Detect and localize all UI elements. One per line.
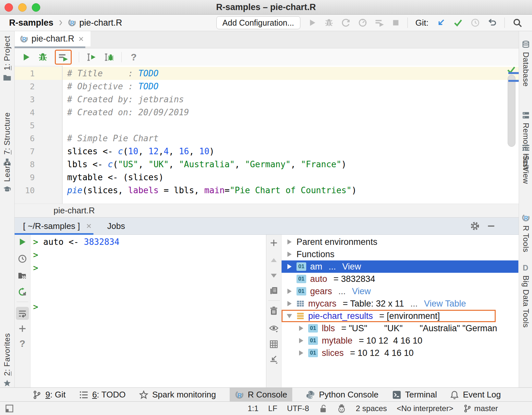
rollback-icon[interactable] — [488, 18, 497, 27]
move-up-icon[interactable] — [270, 256, 278, 264]
close-tab-icon[interactable] — [78, 35, 85, 43]
expander-right-icon[interactable] — [298, 350, 304, 356]
lock-icon[interactable] — [319, 404, 327, 413]
console-settings-gear-icon[interactable] — [470, 221, 480, 231]
view-link[interactable]: View Table — [424, 299, 466, 309]
toolwindow-button-r-console[interactable]: RR Console — [230, 388, 292, 402]
stop-icon[interactable] — [392, 19, 400, 27]
variable-row[interactable]: Parent environments — [282, 236, 518, 248]
add-configuration-button[interactable]: Add Configuration... — [216, 16, 300, 29]
clear-environment-icon[interactable] — [269, 306, 278, 315]
coverage-icon[interactable] — [341, 18, 350, 27]
code-line[interactable]: 6# Simple Pie Chart — [15, 132, 519, 145]
history-icon[interactable] — [471, 18, 480, 27]
code-editor[interactable]: 1# Title : TODO2# Objective : TODO3# Cre… — [15, 66, 519, 204]
git-commit-icon[interactable] — [453, 18, 463, 28]
line-ending[interactable]: LF — [268, 404, 277, 413]
expander-right-icon[interactable] — [286, 289, 293, 294]
view-options-icon[interactable] — [269, 324, 279, 333]
interpreter-setting[interactable]: <No interpreter> — [397, 404, 453, 413]
add-variable-icon[interactable] — [270, 239, 278, 247]
console-line[interactable]: > auto <- 3832834 — [30, 235, 266, 248]
variable-row[interactable]: 01slices = 10 12 4 16 10 — [282, 347, 518, 359]
tool-stripe-project[interactable]: 1: Project — [0, 36, 14, 82]
console-line[interactable] — [30, 274, 266, 287]
variable-row[interactable]: 01lbls = "US" "UK" "Australia" "German — [282, 322, 518, 334]
console-tab-jobs[interactable]: Jobs — [107, 221, 125, 231]
user-hat-icon[interactable] — [337, 404, 346, 413]
console-help-icon[interactable]: ? — [19, 338, 25, 349]
console-run-icon[interactable] — [18, 237, 27, 246]
restart-console-icon[interactable] — [18, 287, 27, 296]
console-line[interactable] — [30, 287, 266, 300]
expander-right-icon[interactable] — [298, 326, 304, 331]
history-icon[interactable] — [18, 254, 27, 263]
toolwindow-button-terminal[interactable]: Terminal — [392, 388, 437, 402]
expander-right-icon[interactable] — [286, 239, 293, 245]
soft-wrap-toggle[interactable] — [16, 307, 29, 320]
tool-stripe-learn[interactable]: Learn — [0, 161, 14, 194]
tool-stripe-r-tools[interactable]: RR Tools — [519, 214, 532, 252]
variable-row[interactable]: mycars = Table: 32 x 11 ... View Table — [282, 297, 518, 310]
help-icon[interactable]: ? — [129, 52, 137, 63]
toolwindow-button--todo[interactable]: 6: TODO — [79, 388, 126, 402]
editor-breadcrumb-file[interactable]: pie-chart.R — [54, 206, 95, 216]
close-window-button[interactable] — [5, 3, 13, 12]
variable-row[interactable]: pie-chart_results = [environment] — [282, 310, 518, 322]
indent-setting[interactable]: 2 spaces — [356, 404, 387, 413]
code-line[interactable]: 7slices <- c(10, 12,4, 16, 10) — [15, 145, 519, 158]
run-selection-icon[interactable] — [58, 52, 68, 62]
toggle-toolwindows-icon[interactable] — [5, 404, 14, 413]
search-icon[interactable] — [513, 18, 522, 28]
debug-script-icon[interactable] — [38, 52, 48, 62]
working-directory-icon[interactable] — [18, 271, 27, 280]
run-with-icon[interactable] — [375, 18, 384, 27]
editor-scrollbar-thumb[interactable] — [508, 75, 515, 147]
tool-stripe-sciview[interactable]: SciView — [519, 144, 532, 184]
event-log-button[interactable]: Event Log — [450, 388, 532, 402]
code-line[interactable]: 2# Objective : TODO — [15, 80, 519, 93]
add-console-icon[interactable] — [18, 324, 27, 333]
run-icon[interactable] — [308, 19, 317, 27]
git-branch-name[interactable]: master — [474, 404, 498, 413]
copy-icon[interactable] — [269, 286, 278, 295]
variable-row[interactable]: 01gears ... View — [282, 285, 518, 297]
variable-row[interactable]: 01am ... View — [282, 260, 518, 273]
caret-position[interactable]: 1:1 — [248, 404, 258, 413]
move-down-icon[interactable] — [270, 272, 278, 280]
breadcrumb-project[interactable]: R-samples — [9, 18, 54, 28]
expander-right-icon[interactable] — [286, 252, 293, 257]
toolwindow-button-python-console[interactable]: Python Console — [306, 388, 379, 402]
console-line[interactable]: > — [30, 261, 266, 274]
console-line[interactable]: > — [30, 248, 266, 261]
console-tab-active[interactable]: [ ~/R-samples ] — [15, 221, 92, 231]
expander-right-icon[interactable] — [286, 301, 293, 306]
expander-down-icon[interactable] — [286, 314, 293, 318]
minimize-window-button[interactable] — [18, 3, 27, 12]
run-script-icon[interactable] — [22, 53, 31, 62]
view-link[interactable]: View — [352, 286, 371, 296]
variable-row[interactable]: Functions — [282, 248, 518, 260]
toolwindow-button--git[interactable]: 9: Git — [32, 388, 66, 402]
variable-row[interactable]: 01mytable = 10 12 4 16 10 — [282, 334, 518, 347]
zoom-window-button[interactable] — [32, 3, 40, 12]
tool-stripe-structure[interactable]: 7: Structure — [0, 112, 14, 166]
code-line[interactable]: 3# Created by: jetbrains — [15, 93, 519, 106]
code-line[interactable]: 9mytable <- (slices) — [15, 171, 519, 184]
tool-stripe-big-data-tools[interactable]: DBig Data Tools — [519, 264, 532, 328]
tool-stripe-database[interactable]: Database — [519, 40, 532, 87]
console-output[interactable]: > auto <- 3832834>>> — [30, 235, 266, 388]
editor-tab[interactable]: R pie-chart.R — [15, 31, 91, 46]
code-line[interactable]: 8lbls <- c("US", "UK", "Australia", "Ger… — [15, 158, 519, 171]
import-data-icon[interactable] — [269, 355, 278, 364]
variable-row[interactable]: 01auto = 3832834 — [282, 273, 518, 285]
debug-current-statement-icon[interactable] — [104, 52, 114, 62]
tool-stripe-favorites[interactable]: 2: Favorites — [0, 333, 14, 387]
profiler-icon[interactable] — [358, 18, 367, 27]
show-table-icon[interactable] — [270, 340, 278, 348]
expander-right-icon[interactable] — [298, 338, 304, 343]
code-line[interactable]: 1# Title : TODO — [15, 67, 519, 80]
view-link[interactable]: View — [342, 262, 361, 272]
code-line[interactable]: 4# Created on: 20/09/2019 — [15, 106, 519, 119]
breadcrumb-file[interactable]: pie-chart.R — [79, 18, 122, 28]
